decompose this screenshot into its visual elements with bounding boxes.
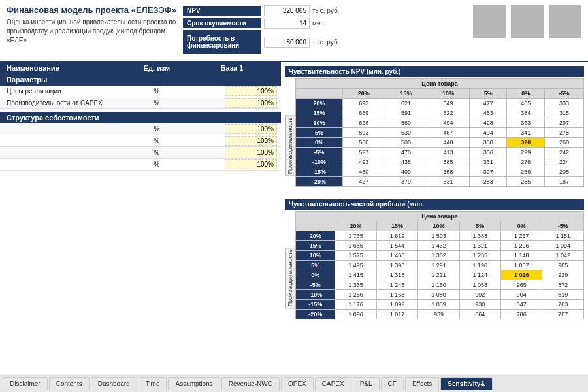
kpi-payback-value: 14 bbox=[264, 18, 310, 29]
kpi-payback-unit: мес. bbox=[312, 20, 325, 27]
profit-cell: 1 243 bbox=[376, 280, 417, 290]
npv-cell: 358 bbox=[427, 167, 470, 177]
npv-cell: 256 bbox=[507, 167, 545, 177]
profit-sensitivity-table: Цена товара 20% 15% 10% 5% 0% -5% bbox=[295, 211, 584, 319]
npv-cell: 283 bbox=[469, 177, 507, 187]
tab-bar: DisclaimerContentsDashboardTimeAssumptio… bbox=[0, 374, 588, 392]
profit-cell: 1 468 bbox=[376, 251, 417, 261]
profit-header-empty bbox=[296, 221, 335, 231]
profit-cell: 1 255 bbox=[459, 251, 500, 261]
npv-cell: 621 bbox=[385, 99, 427, 108]
npv-cell: 593 bbox=[342, 128, 385, 138]
npv-row-label: -5% bbox=[296, 148, 343, 157]
profit-cell: 992 bbox=[459, 290, 500, 300]
input-1[interactable]: 100% bbox=[225, 86, 277, 96]
input-6[interactable]: 100% bbox=[225, 159, 277, 169]
npv-cell: 428 bbox=[469, 118, 507, 128]
profit-cell: 1 087 bbox=[501, 261, 542, 270]
profit-cell: 1 094 bbox=[542, 241, 584, 251]
npv-cell: 224 bbox=[545, 157, 584, 167]
kpi-payback-row: Срок окупаемости 14 мес. bbox=[183, 18, 339, 29]
npv-cell: 187 bbox=[545, 177, 584, 187]
profit-cell: 763 bbox=[542, 300, 584, 310]
left-panel: Наименование Ед. изм База 1 Параметры Це… bbox=[0, 62, 281, 374]
project-title: Финансовая модель проекта «ЕЛЕЗЭФ» bbox=[7, 5, 176, 15]
tab-cf[interactable]: CF bbox=[381, 377, 404, 390]
tab-p-l[interactable]: P&L bbox=[353, 377, 380, 390]
kpi-need-unit: тыс. руб. bbox=[312, 39, 339, 46]
npv-prod-label-wrapper: Производительность bbox=[285, 99, 295, 192]
npv-left-labels: Производительность bbox=[285, 78, 295, 192]
npv-cell: 470 bbox=[385, 148, 427, 157]
tab-time[interactable]: Time bbox=[139, 377, 167, 390]
tab-capex[interactable]: CAPEX bbox=[315, 377, 351, 390]
input-5[interactable]: 100% bbox=[225, 148, 277, 157]
row-unit: % bbox=[131, 88, 183, 95]
tab-assumptions[interactable]: Assumptions bbox=[168, 377, 220, 390]
profit-left-labels: Производительность bbox=[285, 211, 295, 325]
profit-row-label: -20% bbox=[296, 310, 335, 319]
npv-cell: 527 bbox=[342, 148, 385, 157]
profit-col-h2: 15% bbox=[376, 221, 417, 231]
npv-cell: 331 bbox=[427, 177, 470, 187]
profit-cell: 1 575 bbox=[335, 251, 376, 261]
profit-cell: 930 bbox=[459, 300, 500, 310]
profit-cell: 1 176 bbox=[335, 300, 376, 310]
profit-cell: 985 bbox=[542, 261, 584, 270]
npv-cell: 560 bbox=[385, 118, 427, 128]
tab-sensitivity-[interactable]: Sensitivity& bbox=[440, 377, 492, 390]
input-2[interactable]: 100% bbox=[225, 98, 277, 108]
profit-cell: 1 362 bbox=[418, 251, 459, 261]
npv-cell: 500 bbox=[385, 138, 427, 148]
npv-cell: 260 bbox=[545, 138, 584, 148]
profit-row-label: 15% bbox=[296, 241, 335, 251]
npv-table-wrapper: Производительность Цена товара 20% 15% 1… bbox=[285, 78, 584, 192]
profit-cell: 965 bbox=[501, 280, 542, 290]
profit-col-h5: 0% bbox=[501, 221, 542, 231]
npv-cell: 404 bbox=[469, 128, 507, 138]
npv-cell: 205 bbox=[545, 167, 584, 177]
profit-col-h1: 20% bbox=[335, 221, 376, 231]
spacer2 bbox=[285, 211, 295, 232]
tab-dashboard[interactable]: Dashboard bbox=[91, 377, 137, 390]
kpi-npv-value: 320 065 bbox=[264, 5, 310, 16]
image-2 bbox=[511, 5, 544, 38]
profit-cell: 1 415 bbox=[335, 270, 376, 280]
profit-cell: 1 168 bbox=[376, 290, 417, 300]
tab-opex[interactable]: OPEX bbox=[281, 377, 314, 390]
tab-revenue-nwc[interactable]: Revenue-NWC bbox=[221, 377, 280, 390]
npv-cell: 549 bbox=[427, 99, 470, 108]
table-header: Наименование Ед. изм База 1 bbox=[0, 62, 281, 74]
profit-row-label: 0% bbox=[296, 270, 335, 280]
profit-prod-label-wrapper: Производительность bbox=[285, 232, 295, 325]
npv-cell: 385 bbox=[427, 157, 470, 167]
npv-prod-label: Производительность bbox=[285, 115, 295, 176]
kpi-npv-label: NPV bbox=[183, 6, 261, 16]
profit-cell: 1 335 bbox=[335, 280, 376, 290]
profit-cell: 1 318 bbox=[376, 270, 417, 280]
table-row: Цены реализации % 100% bbox=[0, 86, 281, 97]
npv-cell: 278 bbox=[507, 157, 545, 167]
npv-row-label: -15% bbox=[296, 167, 343, 177]
profit-cell: 1 321 bbox=[459, 241, 500, 251]
npv-cell: 379 bbox=[385, 177, 427, 187]
tab-disclaimer[interactable]: Disclaimer bbox=[3, 377, 48, 390]
top-area: Финансовая модель проекта «ЕЛЕЗЭФ» Оценк… bbox=[0, 0, 588, 62]
input-4[interactable]: 100% bbox=[225, 136, 277, 146]
profit-cell: 1 256 bbox=[335, 290, 376, 300]
profit-cell: 1 096 bbox=[335, 310, 376, 319]
npv-cell: 560 bbox=[342, 138, 385, 148]
profit-cell: 864 bbox=[459, 310, 500, 319]
images-area bbox=[473, 5, 581, 38]
table-row: % 100% bbox=[0, 123, 281, 135]
tab-contents[interactable]: Contents bbox=[49, 377, 90, 390]
table-row: % 100% bbox=[0, 135, 281, 147]
tab-effects[interactable]: Effects bbox=[405, 377, 439, 390]
profit-row-label: -5% bbox=[296, 280, 335, 290]
profit-prod-label: Производительность bbox=[285, 248, 295, 308]
input-3[interactable]: 100% bbox=[225, 124, 277, 134]
profit-cell: 1 124 bbox=[459, 270, 500, 280]
profit-cell: 904 bbox=[501, 290, 542, 300]
npv-row-label: -10% bbox=[296, 157, 343, 167]
profit-cell: 1 291 bbox=[418, 261, 459, 270]
